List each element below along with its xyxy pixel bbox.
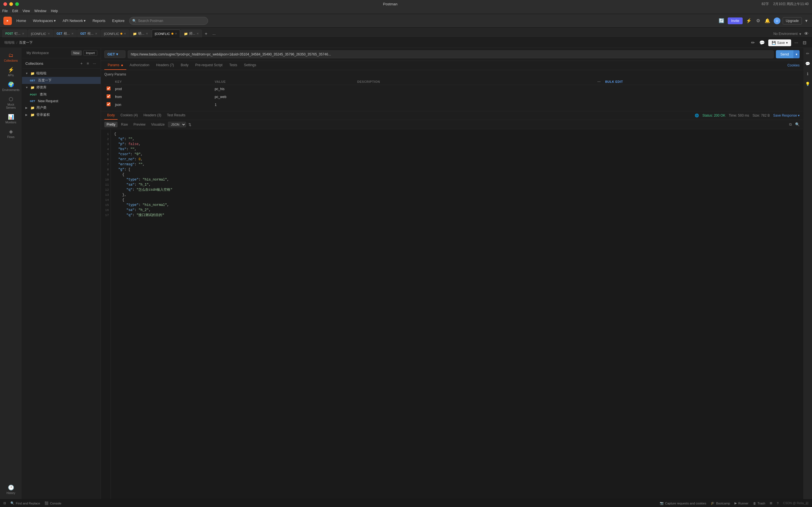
request-new[interactable]: GET New Request [22,98,101,104]
nav-explore[interactable]: Explore [110,17,127,24]
console-button[interactable]: ⬛ Console [45,501,61,505]
response-tab-body[interactable]: Body [104,111,117,120]
req-tab-settings[interactable]: Settings [241,61,259,70]
sync-icon[interactable]: 🔄 [718,17,725,24]
param-desc-1[interactable] [355,93,595,101]
request-baidu[interactable]: GET 百度一下 [22,77,101,84]
nav-reports[interactable]: Reports [90,17,108,24]
format-tab-raw[interactable]: Raw [119,122,130,127]
add-collection-button[interactable]: + [79,61,84,66]
env-chevron[interactable]: ▾ [799,32,801,36]
sort-icon[interactable]: ⇅ [188,122,192,127]
req-tab-tests[interactable]: Tests [226,61,241,70]
avatar-icon[interactable]: U [774,17,780,24]
chevron-down-icon[interactable]: ▾ [804,17,809,24]
sidebar-item-collections[interactable]: 🗂 Collections [1,50,20,64]
right-bulb-icon[interactable]: 💡 [804,80,811,87]
nav-home[interactable]: Home [14,17,29,24]
param-value-2[interactable]: 1 [213,101,355,109]
save-response-button[interactable]: Save Response ▾ [773,114,800,117]
param-value-1[interactable]: pc_web [213,93,355,101]
tab-close-7[interactable]: ✕ [197,32,199,35]
copy-icon[interactable]: ⧉ [789,122,792,127]
req-tab-params[interactable]: Params [104,61,126,70]
sidebar-item-monitors[interactable]: 📊 Monitors [1,112,20,126]
tab-close-3[interactable]: ✕ [95,32,97,35]
sidebar-item-history[interactable]: 🕐 History [1,482,20,497]
tab-more-button[interactable]: ··· [210,31,218,38]
menu-window[interactable]: Window [35,9,47,13]
format-tab-visualize[interactable]: Visualize [149,122,167,127]
lightning-icon[interactable]: ⚡ [745,17,753,24]
notification-icon[interactable]: 🔔 [763,17,771,24]
url-input[interactable] [128,50,774,58]
invite-button[interactable]: Invite [728,17,743,24]
find-replace-button[interactable]: 🔍 Find and Replace [10,501,40,505]
menu-edit[interactable]: Edit [12,9,18,13]
param-key-1[interactable]: from [113,93,213,101]
response-tab-headers[interactable]: Headers (3) [141,111,164,120]
right-edit-icon[interactable]: ✏ [805,50,811,57]
settings-icon[interactable]: ⚙ [755,17,761,24]
param-check-0[interactable] [107,87,110,91]
edit-icon[interactable]: ✏ [750,39,756,47]
tab-close-5[interactable]: ✕ [146,32,148,35]
folder-auth[interactable]: ▶ 📁 登录鉴权 [22,111,101,118]
breadcrumb-parent[interactable]: 啦啦啦 [4,40,15,45]
param-desc-2[interactable] [355,101,595,109]
eye-icon[interactable]: 👁 [803,30,810,38]
sidebar-item-mock-servers[interactable]: ⬡ Mock Servers [1,94,20,112]
tab-add-button[interactable]: + [202,30,209,38]
req-tab-headers[interactable]: Headers (7) [153,61,177,70]
cookies-link[interactable]: Cookies [788,63,800,67]
tab-3[interactable]: GET 根... ✕ [77,30,100,38]
response-tab-cookies[interactable]: Cookies (4) [117,111,140,120]
panel-icon[interactable]: ⊟ [802,39,808,47]
folder-users[interactable]: ▶ 📁 用户类 [22,104,101,111]
menu-help[interactable]: Help [51,9,58,13]
nav-workspaces[interactable]: Workspaces ▾ [31,17,58,24]
expand-icon[interactable]: ⊞ [770,501,772,505]
tab-2[interactable]: GET 根... ✕ [54,30,77,38]
upgrade-button[interactable]: Upgrade [783,17,802,24]
req-tab-body[interactable]: Body [177,61,192,70]
format-tab-pretty[interactable]: Pretty [104,122,117,127]
params-more-btn[interactable]: ··· [598,80,601,83]
search-code-icon[interactable]: 🔍 [795,122,800,127]
format-select[interactable]: JSON XML HTML [168,122,186,127]
trash-button[interactable]: 🗑 Trash [753,502,765,505]
new-button[interactable]: New [71,50,82,55]
tab-close-6[interactable]: ✕ [175,32,177,35]
help-icon[interactable]: ? [777,502,778,505]
collections-more-icon[interactable]: ··· [92,61,97,66]
sidebar-item-environments[interactable]: 🌍 Environments [1,79,20,94]
menu-view[interactable]: View [22,9,30,13]
no-environment-select[interactable]: No Environment [773,32,798,36]
folder-shiziku[interactable]: ▼ 📁 师资库 [22,84,101,91]
param-key-2[interactable]: json [113,101,213,109]
req-tab-authorization[interactable]: Authorization [126,61,153,70]
format-tab-preview[interactable]: Preview [131,122,148,127]
param-desc-0[interactable] [355,85,595,93]
minimize-btn[interactable] [9,2,13,6]
tab-1[interactable]: [CONFLIC ✕ [28,30,53,38]
right-comment-icon[interactable]: 💬 [804,60,811,67]
tab-6[interactable]: [CONFLIC ✕ [152,30,180,38]
layout-icon[interactable]: ⊟ [3,501,6,505]
request-query[interactable]: POST 查询 [22,91,101,98]
search-bar[interactable]: 🔍 Search Postman [129,17,208,25]
close-btn[interactable] [3,2,7,6]
comment-icon[interactable]: 💬 [758,39,766,47]
tab-close-0[interactable]: ✕ [22,32,24,35]
tab-7[interactable]: 📁 师... ✕ [181,30,202,38]
new-workspace-btn[interactable]: My Workspace [26,50,50,55]
param-check-2[interactable] [107,102,110,106]
save-button[interactable]: 💾 Save ▾ [768,40,791,46]
param-value-0[interactable]: pc_his [213,85,355,93]
capture-button[interactable]: 📷 Capture requests and cookies [660,501,706,505]
req-tab-prerequest[interactable]: Pre-request Script [192,61,226,70]
bulk-edit-button[interactable]: Bulk Edit [605,80,623,83]
tab-close-4[interactable]: ✕ [124,32,126,35]
param-key-0[interactable]: prod [113,85,213,93]
tab-0[interactable]: POST 钉... ✕ [2,30,28,38]
